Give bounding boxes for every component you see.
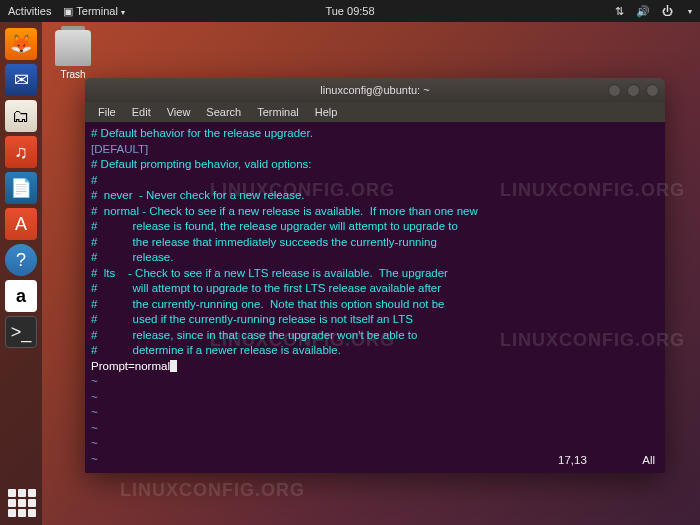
menu-view[interactable]: View: [160, 104, 198, 120]
launcher-dock: 🦊 ✉ 🗂 ♫ 📄 A ? a >_: [0, 22, 42, 525]
clock[interactable]: Tue 09:58: [325, 5, 374, 17]
power-icon[interactable]: ⏻: [662, 5, 673, 17]
menu-help[interactable]: Help: [308, 104, 345, 120]
editor-line: # Default behavior for the release upgra…: [91, 126, 659, 142]
thunderbird-icon[interactable]: ✉: [5, 64, 37, 96]
editor-line: [DEFAULT]: [91, 142, 659, 158]
firefox-icon[interactable]: 🦊: [5, 28, 37, 60]
trash-desktop-icon[interactable]: Trash: [55, 30, 91, 80]
minimize-button[interactable]: [608, 84, 621, 97]
config-key: Prompt: [91, 360, 128, 372]
terminal-menubar: File Edit View Search Terminal Help: [85, 102, 665, 122]
files-icon[interactable]: 🗂: [5, 100, 37, 132]
show-applications-button[interactable]: [8, 489, 36, 517]
editor-line: #: [91, 173, 659, 189]
writer-icon[interactable]: 📄: [5, 172, 37, 204]
top-panel: Activities ▣ Terminal▾ Tue 09:58 ⇅ 🔊 ⏻ ▾: [0, 0, 700, 22]
editor-line: # used if the currently-running release …: [91, 312, 659, 328]
menu-file[interactable]: File: [91, 104, 123, 120]
app-menu[interactable]: ▣ Terminal▾: [63, 5, 124, 18]
software-icon[interactable]: A: [5, 208, 37, 240]
editor-line: # will attempt to upgrade to the first L…: [91, 281, 659, 297]
text-cursor: [170, 360, 177, 372]
editor-line: # determine if a newer release is availa…: [91, 343, 659, 359]
terminal-icon: ▣: [63, 5, 73, 17]
terminal-launcher-icon[interactable]: >_: [5, 316, 37, 348]
editor-line: # release.: [91, 250, 659, 266]
trash-icon: [55, 30, 91, 66]
window-titlebar[interactable]: linuxconfig@ubuntu: ~: [85, 78, 665, 102]
editor-line: # lts - Check to see if a new LTS releas…: [91, 266, 659, 282]
amazon-icon[interactable]: a: [5, 280, 37, 312]
trash-label: Trash: [55, 69, 91, 80]
config-value: normal: [135, 360, 170, 372]
editor-line: # never - Never check for a new release.: [91, 188, 659, 204]
terminal-window: linuxconfig@ubuntu: ~ File Edit View Sea…: [85, 78, 665, 473]
activities-button[interactable]: Activities: [8, 5, 51, 17]
sound-icon[interactable]: 🔊: [636, 5, 650, 18]
menu-terminal[interactable]: Terminal: [250, 104, 306, 120]
help-icon[interactable]: ?: [5, 244, 37, 276]
terminal-content[interactable]: # Default behavior for the release upgra…: [85, 122, 665, 473]
menu-edit[interactable]: Edit: [125, 104, 158, 120]
editor-line: # the currently-running one. Note that t…: [91, 297, 659, 313]
editor-line: # normal - Check to see if a new release…: [91, 204, 659, 220]
chevron-down-icon: ▾: [688, 7, 692, 16]
network-icon[interactable]: ⇅: [615, 5, 624, 18]
maximize-button[interactable]: [627, 84, 640, 97]
editor-line: # release is found, the release upgrader…: [91, 219, 659, 235]
vim-statusline: 17,13 All: [558, 453, 655, 469]
close-button[interactable]: [646, 84, 659, 97]
editor-line: # Default prompting behavior, valid opti…: [91, 157, 659, 173]
rhythmbox-icon[interactable]: ♫: [5, 136, 37, 168]
watermark: LINUXCONFIG.ORG: [120, 480, 305, 501]
menu-search[interactable]: Search: [199, 104, 248, 120]
chevron-down-icon: ▾: [121, 8, 125, 17]
window-title: linuxconfig@ubuntu: ~: [320, 84, 429, 96]
editor-line: # the release that immediately succeeds …: [91, 235, 659, 251]
editor-line: # release, since in that case the upgrad…: [91, 328, 659, 344]
